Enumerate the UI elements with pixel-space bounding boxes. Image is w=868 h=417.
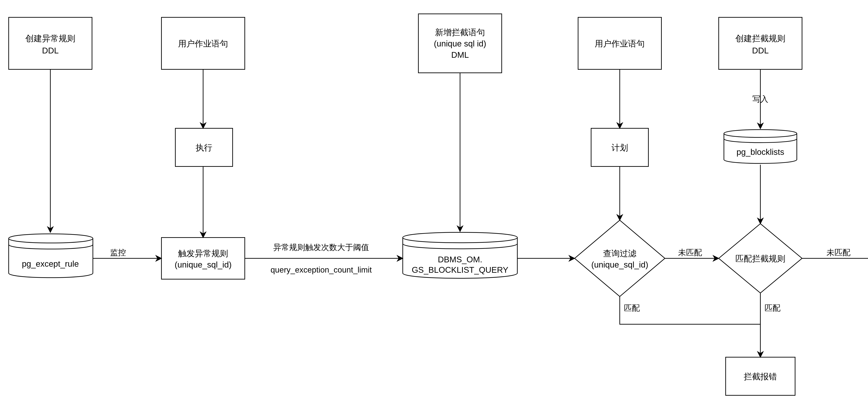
svg-rect-0 xyxy=(9,18,92,69)
node-user-job-stmt-1: 用户作业语句 xyxy=(161,18,245,69)
label: 拦截报错 xyxy=(744,372,777,381)
label: 查询过滤 xyxy=(603,249,637,258)
label: DDL xyxy=(752,46,769,55)
label: DDL xyxy=(42,46,59,55)
label: (unique sql id) xyxy=(434,39,486,48)
node-trigger-exception-rule: 触发异常规则 (unique_sql_id) xyxy=(161,238,245,279)
edge-label-monitor: 监控 xyxy=(110,248,126,257)
label: 创建异常规则 xyxy=(25,34,75,43)
edge-label-cond2: query_exception_count_limit xyxy=(271,265,372,274)
node-create-intercept-rule-ddl: 创建拦截规则 DDL xyxy=(719,18,802,69)
label: 用户作业语句 xyxy=(595,39,645,48)
label: pg_blocklists xyxy=(737,147,784,157)
edge-label-match2: 匹配 xyxy=(765,304,780,312)
edge-label-unmatch1: 未匹配 xyxy=(678,248,702,257)
edge-label-match1: 匹配 xyxy=(624,304,640,312)
label: 执行 xyxy=(196,143,212,152)
flowchart: 创建异常规则 DDL 用户作业语句 新增拦截语句 (unique sql id)… xyxy=(0,0,868,417)
edge-n12-n15 xyxy=(620,297,761,357)
edge-label-cond1: 异常规则触发次数大于阈值 xyxy=(273,243,369,252)
label: 创建拦截规则 xyxy=(735,34,785,43)
node-query-filter: 查询过滤 (unique_sql_id) xyxy=(575,220,665,297)
node-user-job-stmt-2: 用户作业语句 xyxy=(578,18,661,69)
node-create-exception-rule-ddl: 创建异常规则 DDL xyxy=(9,18,92,69)
label: 触发异常规则 xyxy=(178,249,228,258)
svg-rect-7 xyxy=(161,238,245,279)
label: (unique_sql_id) xyxy=(591,260,648,269)
label: 新增拦截语句 xyxy=(435,28,485,37)
label: GS_BLOCKLIST_QUERY xyxy=(412,265,508,275)
label: 匹配拦截规则 xyxy=(735,254,785,263)
node-execute: 执行 xyxy=(175,128,232,167)
node-add-intercept-stmt: 新增拦截语句 (unique sql id) DML xyxy=(418,14,502,73)
label: (unique_sql_id) xyxy=(175,260,231,269)
node-match-intercept-rule: 匹配拦截规则 xyxy=(719,224,802,293)
node-pg-except-rule: pg_except_rule xyxy=(9,234,93,278)
node-plan: 计划 xyxy=(591,128,648,167)
label: DML xyxy=(451,50,469,60)
label: 用户作业语句 xyxy=(178,39,228,48)
node-intercept-error: 拦截报错 xyxy=(726,357,795,395)
label: pg_except_rule xyxy=(22,259,79,268)
node-pg-blocklists: pg_blocklists xyxy=(724,130,797,164)
svg-rect-4 xyxy=(719,18,802,69)
label: 计划 xyxy=(612,143,628,152)
svg-marker-8 xyxy=(575,220,665,297)
edge-label-write: 写入 xyxy=(752,95,768,104)
node-dbms-om-gs-blocklist-query: DBMS_OM. GS_BLOCKLIST_QUERY xyxy=(403,232,517,278)
edge-label-unmatch2: 未匹配 xyxy=(827,248,850,257)
label: DBMS_OM. xyxy=(438,255,482,264)
